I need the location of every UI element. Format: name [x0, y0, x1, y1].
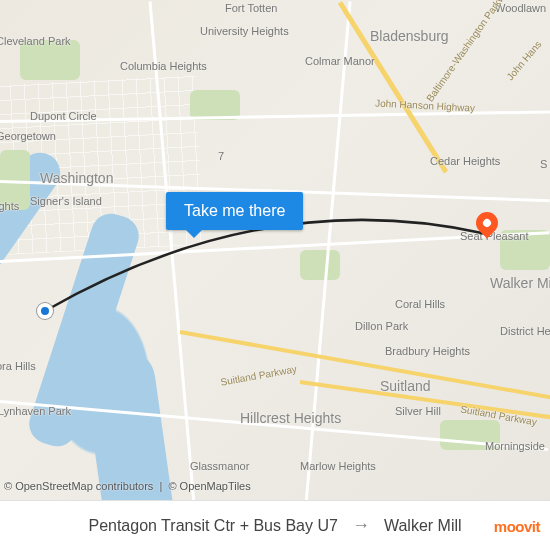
destination-label: Walker Mill	[384, 517, 462, 535]
attribution-osm: © OpenStreetMap contributors	[4, 480, 153, 492]
map-attribution: © OpenStreetMap contributors | © OpenMap…	[4, 480, 251, 492]
attribution-omt: © OpenMapTiles	[168, 480, 250, 492]
park-area	[300, 250, 340, 280]
route-footer: Pentagon Transit Ctr + Bus Bay U7 → Walk…	[0, 500, 550, 550]
take-me-there-button[interactable]: Take me there	[166, 192, 303, 230]
origin-marker-icon[interactable]	[37, 303, 53, 319]
cta-label: Take me there	[184, 202, 285, 219]
arrow-right-icon: →	[352, 515, 370, 536]
map-container[interactable]: WashingtonGeorgetownDupont CircleColumbi…	[0, 0, 550, 550]
moovit-logo: moovit	[494, 517, 540, 534]
origin-label: Pentagon Transit Ctr + Bus Bay U7	[88, 517, 337, 535]
park-area	[20, 40, 80, 80]
